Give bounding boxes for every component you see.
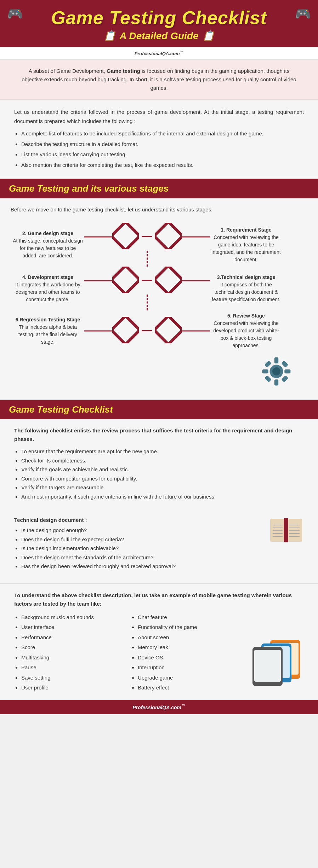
checklist-section: The following checklist enlists the revi… — [0, 419, 318, 513]
list-item: User profile — [21, 683, 131, 693]
list-item: Memory leak — [138, 642, 247, 653]
diamond-3 — [112, 267, 139, 293]
tablet-decoration — [247, 612, 304, 693]
svg-rect-20 — [281, 375, 288, 383]
svg-rect-11 — [156, 318, 181, 342]
list-item: Background music and sounds — [21, 612, 131, 623]
svg-rect-17 — [265, 361, 272, 368]
list-item: Is the design good enough? — [21, 526, 304, 535]
footer-brand: ProfessionalQA.com™ — [0, 700, 318, 715]
stage-4-text: 4. Development stage It integrates the w… — [11, 272, 85, 305]
book-decoration — [268, 515, 304, 547]
doc-icon-right: 📋 — [202, 30, 215, 42]
list-item: List the various ideas for carrying out … — [21, 150, 304, 159]
row1-diamonds — [85, 223, 209, 267]
svg-rect-9 — [113, 318, 138, 342]
list-item: Performance — [21, 633, 131, 643]
list-item: Battery effect — [138, 683, 247, 693]
main-title: Game Testing Checklist — [14, 7, 304, 28]
list-item: Check for its completeness. — [21, 456, 304, 465]
mobile-lists: Background music and sounds User interfa… — [14, 612, 304, 693]
list-item: Multitasking — [21, 653, 131, 663]
diamond-wrap-left-3 — [112, 317, 139, 345]
checklist-list: To ensure that the requirements are apt … — [21, 447, 304, 501]
diamond-wrap-left — [112, 223, 139, 251]
stage-3-text: 3.Technical design stage It comprises of… — [209, 272, 283, 305]
criteria-intro: Let us understand the criteria followed … — [14, 107, 304, 126]
line-to-right-3 — [182, 330, 210, 331]
controller-left-icon: 🎮 — [7, 6, 23, 21]
stage-6-text: 6.Regression Testing Stage This includes… — [11, 314, 85, 348]
stages-diagram: 2. Game design stage At this stage, conc… — [11, 223, 307, 351]
svg-point-12 — [272, 367, 280, 375]
stage-1-text: 1. Requirement Stage Concerned with revi… — [209, 225, 283, 265]
mobile-section: To understand the above checklist descri… — [0, 583, 318, 700]
intro-box: A subset of Game Development, Game testi… — [0, 60, 318, 100]
list-item: About screen — [138, 633, 247, 643]
diamond-2 — [155, 223, 182, 249]
list-item: Does the design fulfill the expected cri… — [21, 535, 304, 544]
technical-heading: Technical design document : — [14, 517, 304, 523]
svg-rect-23 — [287, 519, 302, 542]
criteria-section: Let us understand the criteria followed … — [0, 100, 318, 179]
diamond-5 — [112, 317, 139, 343]
row3-diamonds — [85, 317, 209, 345]
diamond-pair-1 — [112, 223, 182, 251]
list-item: Save setting — [21, 673, 131, 683]
list-item: Has the design been reviewed thoroughly … — [21, 562, 304, 571]
criteria-list: A complete list of features to be includ… — [21, 129, 304, 169]
subtitle: 📋 A Detailed Guide 📋 — [14, 30, 304, 42]
svg-rect-13 — [274, 357, 278, 363]
list-item: Does the design meet the standards of th… — [21, 553, 304, 562]
line-to-left-3 — [84, 330, 112, 331]
svg-rect-22 — [270, 519, 285, 542]
stages-heading: Game Testing and its various stages — [9, 183, 309, 194]
svg-rect-16 — [284, 369, 290, 373]
list-item: Functionality of the game — [138, 622, 247, 633]
list-item: Is the design implementation achievable? — [21, 544, 304, 553]
diamond-wrap-right-3 — [155, 317, 182, 345]
h-connector-3 — [142, 330, 152, 331]
list-item: Chat feature — [138, 612, 247, 623]
tablets-icon — [251, 633, 304, 689]
diamond-wrap-left-2 — [112, 267, 139, 295]
h-connector — [142, 236, 152, 237]
mobile-list-col1: Background music and sounds User interfa… — [21, 612, 131, 693]
list-item: Also mention the criteria for completing… — [21, 161, 304, 170]
list-item: Verify if the goals are achievable and r… — [21, 465, 304, 474]
list-item: User interface — [21, 622, 131, 633]
diamond-wrap-right-2 — [155, 267, 182, 295]
line-to-right-2 — [182, 280, 210, 281]
mobile-list-col2: Chat feature Functionality of the game A… — [138, 612, 247, 693]
gear-icon — [260, 355, 293, 388]
list-item: Verify if the targets are measurable. — [21, 483, 304, 492]
checklist-heading: Game Testing Checklist — [9, 404, 309, 415]
book-icon — [268, 515, 304, 545]
list-item: Compare with competitor games for compat… — [21, 474, 304, 483]
diamond-wrap-right — [155, 223, 182, 251]
list-item: And most importantly, if such game crite… — [21, 492, 304, 501]
row2-diamonds — [85, 267, 209, 310]
stage-2-text: 2. Game design stage At this stage, conc… — [11, 228, 85, 261]
svg-rect-7 — [156, 268, 181, 292]
line-to-left — [84, 236, 112, 237]
svg-rect-19 — [265, 375, 272, 383]
line-to-left-2 — [84, 280, 112, 281]
svg-rect-1 — [113, 224, 138, 248]
svg-rect-15 — [262, 369, 268, 373]
controller-right-icon: 🎮 — [295, 6, 311, 21]
list-item: Interruption — [138, 663, 247, 673]
doc-icon-left: 📋 — [103, 30, 116, 42]
svg-rect-14 — [274, 380, 278, 386]
diamond-pair-2 — [112, 267, 182, 295]
stages-section: Before we move on to the game testing ch… — [0, 198, 318, 400]
checklist-intro: The following checklist enlists the revi… — [14, 426, 304, 443]
list-item: To ensure that the requirements are apt … — [21, 447, 304, 456]
technical-list: Is the design good enough? Does the desi… — [21, 526, 304, 571]
diamond-1 — [112, 223, 139, 249]
svg-rect-3 — [156, 224, 181, 248]
v-dash-1 — [147, 251, 148, 267]
list-item: A complete list of features to be includ… — [21, 129, 304, 138]
stages-intro: Before we move on to the game testing ch… — [11, 205, 307, 214]
v-dash-2 — [147, 295, 148, 310]
